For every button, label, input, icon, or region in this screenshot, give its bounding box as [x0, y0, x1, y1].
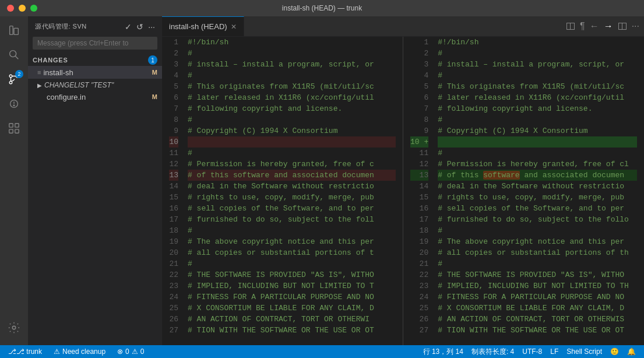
error-count: 0	[125, 348, 129, 356]
activity-search[interactable]	[2, 43, 26, 66]
activity-extensions[interactable]	[2, 117, 26, 140]
code-line: # all copies or substantial portions of …	[438, 247, 637, 258]
code-line: #	[188, 70, 396, 81]
svg-rect-0	[10, 26, 13, 35]
line-num: 14	[169, 181, 178, 192]
code-line: #	[438, 225, 637, 236]
toggle-whitespace-icon[interactable]: ¶	[580, 21, 585, 31]
notifications-icon[interactable]: 🔔	[624, 348, 639, 356]
right-scrollbar[interactable]	[637, 37, 644, 345]
file-item-configure-in[interactable]: configure.in M	[28, 90, 162, 103]
activity-explorer[interactable]	[2, 19, 26, 42]
svg-point-4	[9, 75, 12, 78]
smiley-icon: 🙂	[610, 348, 619, 356]
changes-label: CHANGES	[33, 57, 68, 64]
line-num: 26	[169, 314, 178, 325]
code-line: # TION WITH THE SOFTWARE OR THE USE OR O…	[188, 325, 396, 336]
tab-label: install-sh (HEAD)	[169, 22, 227, 31]
code-line: #	[438, 258, 637, 269]
code-line: # deal in the Software without restricti…	[188, 181, 396, 192]
navigate-forward-icon[interactable]: →	[604, 21, 613, 31]
code-line: # install – install a program, script, o…	[188, 59, 396, 70]
error-status[interactable]: ⊗ 0 ⚠ 0	[114, 345, 147, 358]
changelist-header[interactable]: ▶ CHANGELIST "TEST"	[28, 79, 162, 90]
line-num: 21	[410, 258, 428, 269]
refresh-button[interactable]: ↺	[136, 22, 143, 31]
sidebar-title: 源代码管理: SVN	[35, 22, 87, 31]
svg-point-2	[10, 51, 16, 57]
status-bar: ⎇ ⎇ trunk ⚠ Need cleanup ⊗ 0 ⚠ 0 行 13，列 …	[0, 345, 644, 358]
encoding-status[interactable]: UTF-8	[519, 348, 546, 356]
code-line	[438, 136, 637, 148]
commit-message-input[interactable]	[33, 37, 157, 50]
line-num: 18	[410, 225, 428, 236]
line-num: 8	[410, 114, 428, 125]
close-button[interactable]	[7, 5, 14, 12]
more-actions-icon[interactable]: ···	[632, 21, 639, 31]
tab-close-button[interactable]: ✕	[231, 23, 237, 30]
code-line: # Permission is hereby granted, free of …	[188, 159, 396, 170]
code-line: # sell copies of the Software, and to pe…	[438, 203, 637, 214]
left-code-area[interactable]: 1 2 3 4 5 6 7 8 9 10 11 12 13 14	[162, 37, 403, 345]
editor-area: install-sh (HEAD) ✕ ¶ ← → ···	[162, 16, 644, 345]
line-num: 14	[410, 181, 428, 192]
code-line: #	[438, 114, 637, 125]
line-num: 11	[169, 148, 178, 159]
sidebar-header: 源代码管理: SVN ✓ ↺ ···	[28, 16, 162, 37]
svg-point-14	[12, 326, 16, 329]
activity-settings[interactable]	[2, 316, 26, 339]
branch-status[interactable]: ⎇ ⎇ trunk	[5, 345, 45, 358]
left-scrollbar[interactable]	[396, 37, 403, 345]
code-line: # furnished to do so, subject to the fol…	[188, 214, 396, 225]
more-button[interactable]: ···	[148, 22, 155, 31]
maximize-button[interactable]	[30, 5, 37, 12]
code-line: # all copies or substantial portions of …	[188, 247, 396, 258]
code-line: # of this software and associated docume…	[188, 170, 396, 181]
svg-rect-12	[9, 129, 13, 133]
code-line: # FITNESS FOR A PARTICULAR PURPOSE AND N…	[438, 292, 637, 303]
code-line: #!/bin/sh	[438, 37, 637, 48]
line-num: 16	[410, 203, 428, 214]
navigate-back-icon[interactable]: ←	[590, 21, 599, 31]
line-num: 22	[169, 269, 178, 280]
cleanup-status[interactable]: ⚠ Need cleanup	[50, 345, 109, 358]
line-num: 24	[169, 292, 178, 303]
right-code-area[interactable]: 1 2 3 4 5 6 7 8 9 10 + 11 12 13 14	[403, 37, 644, 345]
code-line: #	[188, 48, 396, 59]
language-status[interactable]: Shell Script	[563, 348, 606, 356]
feedback-icon[interactable]: 🙂	[607, 348, 622, 356]
tab-size-text: 制表符长度: 4	[471, 347, 514, 357]
tab-size-status[interactable]: 制表符长度: 4	[468, 347, 518, 357]
line-num: 1	[410, 37, 428, 48]
code-line: # The above copyright notice and this pe…	[438, 236, 637, 247]
line-ending-status[interactable]: LF	[547, 348, 562, 356]
code-line: # furnished to do so, subject to the fol…	[438, 214, 637, 225]
line-num: 5	[169, 81, 178, 92]
line-num: 18	[169, 225, 178, 236]
line-num: 23	[169, 280, 178, 292]
split-editor-icon[interactable]	[618, 22, 627, 31]
file-name: install-sh	[43, 68, 149, 77]
commit-button[interactable]: ✓	[125, 22, 132, 31]
code-line: # following copyright and license.	[188, 103, 396, 114]
changes-section-header[interactable]: CHANGES 1	[28, 53, 162, 66]
right-code-lines: #!/bin/sh # # install – install a progra…	[435, 37, 637, 345]
line-num: 9	[410, 125, 428, 136]
position-text: 行 13，列 14	[423, 347, 463, 357]
highlight-software: software	[483, 171, 519, 180]
file-lines-icon[interactable]: ≡	[37, 69, 41, 76]
file-item-install-sh[interactable]: ≡ install-sh M	[28, 66, 162, 79]
activity-debug[interactable]	[2, 92, 26, 115]
code-line: # install – install a program, script, o…	[438, 59, 637, 70]
line-num: 6	[169, 92, 178, 103]
code-line: # IMPLIED, INCLUDING BUT NOT LIMITED TO …	[438, 280, 637, 292]
right-line-numbers: 1 2 3 4 5 6 7 8 9 10 + 11 12 13 14	[403, 37, 435, 345]
activity-source-control[interactable]: 2	[2, 68, 26, 91]
line-num: 17	[410, 214, 428, 225]
line-num: 8	[169, 114, 178, 125]
minimize-button[interactable]	[19, 5, 26, 12]
cursor-position[interactable]: 行 13，列 14	[420, 347, 467, 357]
tab-install-sh[interactable]: install-sh (HEAD) ✕	[162, 16, 244, 36]
code-line: # TION WITH THE SOFTWARE OR THE USE OR O…	[438, 325, 637, 336]
open-to-side-icon[interactable]	[566, 22, 575, 31]
